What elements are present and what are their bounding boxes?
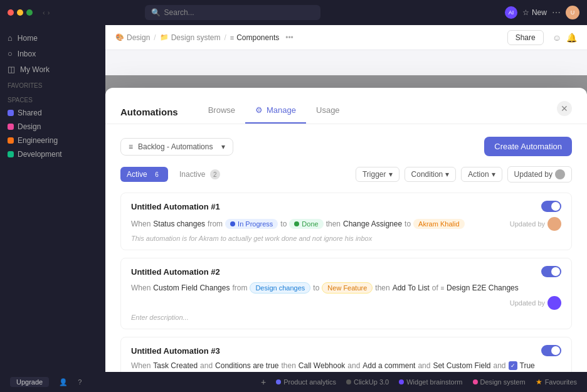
automation-card-2: Untitled Automation #2 When Custom Field… <box>120 258 572 329</box>
breadcrumb-components[interactable]: ≡ Components <box>230 33 279 42</box>
modal-title: Automations <box>120 107 178 117</box>
dot-clickup <box>346 379 351 384</box>
maximize-dot[interactable] <box>26 9 33 16</box>
search-bar[interactable]: 🔍 Search... <box>145 5 320 20</box>
add-tab-icon[interactable]: + <box>261 377 266 387</box>
desc-1: This automation is for Akram to actually… <box>131 235 561 242</box>
updated-by-filter[interactable]: Updated by <box>507 166 572 183</box>
condition-3: Conditions are true <box>215 361 278 370</box>
bottom-item-clickup[interactable]: ClickUp 3.0 <box>346 378 389 386</box>
when-label-2: When <box>131 283 151 292</box>
breadcrumb-bar: 🎨 Design / 📁 Design system / ≡ Component… <box>105 25 587 50</box>
action-filter[interactable]: Action ▾ <box>461 167 502 182</box>
bottom-item-widget[interactable]: Widget brainstorm <box>399 378 462 386</box>
notification-icon[interactable]: 🔔 <box>566 33 577 43</box>
action-1: Change Assignee <box>343 220 402 228</box>
minimize-dot[interactable] <box>17 9 23 16</box>
clickup-label: ClickUp 3.0 <box>354 378 389 386</box>
from-label-2: from <box>232 283 247 292</box>
breadcrumb-design[interactable]: 🎨 Design <box>115 33 150 42</box>
window-controls <box>8 9 33 16</box>
sidebar-label-mywork: My Work <box>20 65 50 74</box>
condition-filter[interactable]: Condition ▾ <box>405 167 457 182</box>
filter-bar: Active 6 Inactive 2 Trigger ▾ <box>120 166 572 183</box>
smiley-icon[interactable]: ☺ <box>553 33 561 43</box>
action-3a: Call Webhook <box>299 361 345 370</box>
tab-manage[interactable]: ⚙ Manage <box>245 100 306 124</box>
filter-inactive[interactable]: Inactive 2 <box>173 167 226 182</box>
breadcrumb-sep1: / <box>154 33 156 42</box>
sidebar-project-engineering[interactable]: Engineering <box>0 134 105 147</box>
search-placeholder: Search... <box>164 8 194 17</box>
sidebar-label-inbox: Inbox <box>18 50 36 58</box>
bottom-item-product[interactable]: Product analytics <box>276 378 336 386</box>
avatar-1 <box>547 217 561 231</box>
breadcrumb-system-label: Design system <box>171 33 221 42</box>
new-button[interactable]: ☆ New <box>522 8 547 17</box>
close-dot[interactable] <box>8 9 14 16</box>
toggle-3[interactable] <box>541 345 561 356</box>
help-icon[interactable]: ? <box>78 378 82 386</box>
star-icon: ☆ <box>522 8 529 17</box>
nav-arrows: ‹ › <box>43 9 50 16</box>
apps-icon[interactable]: ⋯ <box>552 8 561 18</box>
project-label-design: Design <box>18 122 41 131</box>
active-label: Active <box>127 170 147 179</box>
avatar-2 <box>547 296 561 310</box>
project-dot-shared <box>8 110 14 116</box>
share-button[interactable]: Share <box>507 30 544 45</box>
bottom-item-favourites[interactable]: ★ Favourites <box>536 378 577 386</box>
from-badge-2: Design changes <box>250 282 310 294</box>
header-icons: ☺ 🔔 <box>553 33 577 43</box>
user-avatar[interactable]: U <box>566 6 579 19</box>
sidebar-item-mywork[interactable]: ◫ My Work <box>0 61 105 77</box>
sidebar-project-development[interactable]: Development <box>0 147 105 161</box>
tab-browse[interactable]: Browse <box>198 100 245 124</box>
modal-close-button[interactable]: ✕ <box>557 101 572 116</box>
breadcrumb-sep2: / <box>224 33 226 42</box>
sidebar-item-home[interactable]: ⌂ Home <box>0 30 105 46</box>
user-settings-icon[interactable]: 👤 <box>59 378 68 386</box>
sidebar-item-inbox[interactable]: ○ Inbox <box>0 46 105 61</box>
action-label: Action <box>468 170 489 179</box>
trigger-1: Status changes <box>153 220 205 228</box>
sidebar-project-design[interactable]: Design <box>0 120 105 134</box>
filter-active[interactable]: Active 6 <box>120 167 168 182</box>
spaces-label: Spaces <box>0 92 105 106</box>
design-system-icon: 📁 <box>160 33 169 41</box>
to-label-1b: to <box>405 220 411 228</box>
updated-by-text-2: Updated by <box>510 299 545 307</box>
tab-usage[interactable]: Usage <box>306 100 350 124</box>
star-icon-fav: ★ <box>536 378 542 386</box>
ai-badge[interactable]: AI <box>505 6 517 19</box>
trigger-2: Custom Field Changes <box>153 283 230 292</box>
toggle-1[interactable] <box>541 201 561 212</box>
mywork-icon: ◫ <box>8 65 15 74</box>
more-icon[interactable]: ••• <box>285 33 294 42</box>
action-3c: Set Custom Field <box>433 361 490 370</box>
to-label-2: to <box>313 283 319 292</box>
assignee-1: Akram Khalid <box>413 219 464 229</box>
updated-by-text-1: Updated by <box>510 220 545 228</box>
upgrade-button[interactable]: Upgrade <box>10 377 49 387</box>
create-automation-button[interactable]: Create Automation <box>484 137 572 156</box>
design-system-label: Design system <box>480 378 526 386</box>
home-icon: ⌂ <box>8 33 13 43</box>
then-label-1: then <box>326 220 341 228</box>
inactive-count: 2 <box>210 169 220 179</box>
dot-design-system <box>473 379 478 384</box>
dot-product <box>276 379 281 384</box>
project-dot-design <box>8 124 14 130</box>
backlog-select[interactable]: ≡ Backlog - Automations ▾ <box>120 138 233 156</box>
toggle-2[interactable] <box>541 266 561 277</box>
back-arrow[interactable]: ‹ <box>43 9 45 16</box>
sidebar-project-shared[interactable]: Shared <box>0 106 105 120</box>
bottom-item-design-system[interactable]: Design system <box>473 378 526 386</box>
active-count: 6 <box>152 169 162 179</box>
forward-arrow[interactable]: › <box>48 9 50 16</box>
automation-row-3: When Task Created and Conditions are tru… <box>131 361 561 372</box>
breadcrumb-design-system[interactable]: 📁 Design system <box>160 33 221 42</box>
trigger-filter[interactable]: Trigger ▾ <box>356 167 399 182</box>
list-icon: ≡ <box>129 142 133 151</box>
sidebar: ⌂ Home ○ Inbox ◫ My Work Favorites Space… <box>0 25 105 372</box>
